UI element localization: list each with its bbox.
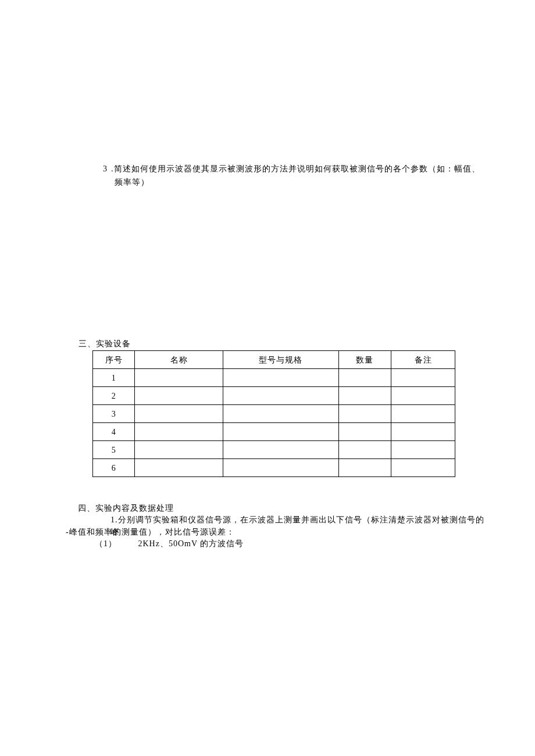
cell-qty [338, 441, 391, 459]
col-no: 序号 [93, 351, 135, 369]
col-spec: 型号与规格 [223, 351, 338, 369]
cell-name [135, 369, 223, 387]
question-3-text1: .简述如何使用示波器使其显示被测波形的方法并说明如何获取被测信号的各个参数（如：… [111, 163, 480, 175]
cell-spec [223, 459, 338, 477]
cell-note [391, 459, 455, 477]
cell-qty [338, 459, 391, 477]
cell-note [391, 423, 455, 441]
sub1-number: （1） [95, 539, 117, 548]
question-3-text2: 频率等） [115, 176, 486, 188]
cell-no: 6 [93, 459, 135, 477]
table-row: 4 [93, 423, 455, 441]
table-row: 2 [93, 387, 455, 405]
cell-note [391, 441, 455, 459]
cell-name [135, 459, 223, 477]
cell-spec [223, 369, 338, 387]
cell-qty [338, 423, 391, 441]
section-4-line2: -峰值和频率的测量值），对比信号源误差： [66, 526, 235, 538]
cell-name [135, 405, 223, 423]
cell-qty [338, 387, 391, 405]
question-3-line1: 3 .简述如何使用示波器使其显示被测波形的方法并说明如何获取被测信号的各个参数（… [103, 163, 486, 175]
cell-spec [223, 405, 338, 423]
section-4-title: 四、实验内容及数据处理 [78, 502, 174, 514]
section-4-sub1: （1） 2KHz、50OmV 的方波信号 [95, 538, 244, 550]
table-header-row: 序号 名称 型号与规格 数量 备注 [93, 351, 455, 369]
cell-no: 1 [93, 369, 135, 387]
table-row: 5 [93, 441, 455, 459]
cell-note [391, 369, 455, 387]
cell-name [135, 423, 223, 441]
sub1-label: 2KHz、50OmV 的方波信号 [138, 539, 244, 548]
cell-spec [223, 441, 338, 459]
col-note: 备注 [391, 351, 455, 369]
cell-no: 3 [93, 405, 135, 423]
cell-name [135, 387, 223, 405]
question-3: 3 .简述如何使用示波器使其显示被测波形的方法并说明如何获取被测信号的各个参数（… [103, 163, 486, 188]
cell-note [391, 405, 455, 423]
cell-note [391, 387, 455, 405]
cell-spec [223, 423, 338, 441]
section-3-title: 三、实验设备 [79, 338, 131, 350]
cell-no: 2 [93, 387, 135, 405]
cell-qty [338, 369, 391, 387]
cell-spec [223, 387, 338, 405]
col-name: 名称 [135, 351, 223, 369]
col-qty: 数量 [338, 351, 391, 369]
question-3-number: 3 [103, 163, 108, 175]
cell-no: 5 [93, 441, 135, 459]
table-row: 3 [93, 405, 455, 423]
equipment-table: 序号 名称 型号与规格 数量 备注 1 2 [92, 350, 455, 477]
cell-name [135, 441, 223, 459]
cell-qty [338, 405, 391, 423]
table-row: 6 [93, 459, 455, 477]
cell-no: 4 [93, 423, 135, 441]
table-row: 1 [93, 369, 455, 387]
